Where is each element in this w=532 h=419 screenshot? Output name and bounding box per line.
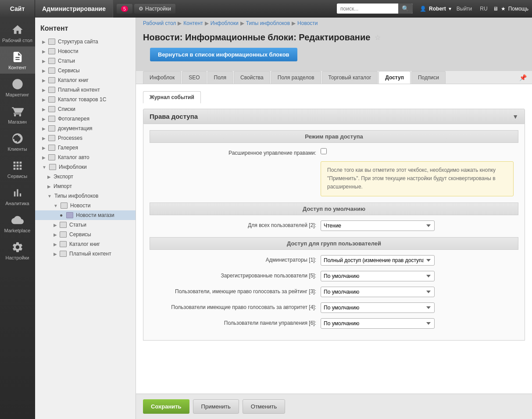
admins-label: Администраторы [1]: — [150, 255, 316, 263]
sidebar-item-platny-type[interactable]: ▶ Платный контент — [35, 249, 136, 259]
sidebar-item-novosti-magazin[interactable]: ● Новости магази — [35, 210, 136, 220]
sidebar-icon-stati-type — [60, 222, 67, 228]
vote-authority-select[interactable]: По умолчанию Чтение Запись Полный доступ… — [321, 302, 435, 313]
advanced-label: Расширенное управление правами: — [150, 148, 316, 156]
tabs-container: Инфоблок SEO Поля Свойства Поля разделов… — [136, 71, 532, 84]
save-button[interactable]: Сохранить — [143, 399, 189, 414]
sidebar-item-katalog-avto[interactable]: ▶ Каталог авто — [35, 153, 136, 162]
nav-shop[interactable]: Магазин — [0, 101, 35, 128]
sidebar-icon-doc — [48, 125, 55, 131]
form-footer: Сохранить Применить Отменить — [136, 394, 532, 419]
admins-select[interactable]: Полный доступ (изменение прав доступа) П… — [321, 255, 435, 266]
section-body: Режим прав доступа Расширенное управлени… — [143, 124, 525, 341]
sidebar-icon-1c — [48, 96, 55, 103]
user-name: Robert — [429, 6, 446, 12]
monitor-icon: 🖥 — [493, 6, 498, 12]
tab-torgovy[interactable]: Торговый каталог — [322, 71, 378, 84]
lang-button[interactable]: RU — [477, 6, 490, 12]
section-chevron[interactable]: ▼ — [512, 113, 518, 120]
sidebar-item-fotogalereya[interactable]: ▶ Фотогалерея — [35, 114, 136, 124]
tab-svoystva[interactable]: Свойства — [234, 71, 270, 84]
search-bar: 🔍 — [337, 4, 413, 14]
sidebar-icon-foto — [48, 116, 55, 122]
search-button[interactable]: 🔍 — [398, 4, 413, 14]
pin-icon[interactable]: 📌 — [519, 74, 527, 81]
sidebar-item-tipy[interactable]: ▼ Типы инфоблоков — [35, 191, 136, 201]
apply-button[interactable]: Применить — [193, 399, 239, 414]
logout-button[interactable]: Выйти — [454, 5, 475, 13]
nav-clients[interactable]: Клиенты — [0, 128, 35, 155]
sidebar-item-dokumentaciya[interactable]: ▶ документация — [35, 124, 136, 133]
settings-tab[interactable]: ⚙ Настройки — [134, 4, 175, 14]
breadcrumb-content[interactable]: Контент — [183, 20, 203, 26]
tab-seo[interactable]: SEO — [182, 71, 206, 84]
sidebar-icon-novosti — [48, 48, 55, 54]
sidebar-icon-struktura — [48, 39, 55, 45]
sidebar-item-platny[interactable]: ▶ Платный контент — [35, 85, 136, 95]
sidebar-item-katalog-knig[interactable]: ▶ Каталог книг — [35, 75, 136, 85]
nav-content[interactable]: Контент — [0, 46, 35, 74]
vote-authority-row: Пользователи имеющие право голосовать за… — [150, 302, 518, 313]
user-dropdown-icon[interactable]: ▾ — [449, 6, 451, 12]
breadcrumb-novosti[interactable]: Новости — [297, 20, 318, 26]
site-button[interactable]: Сайт — [0, 0, 35, 18]
breadcrumb-home[interactable]: Рабочий стол — [143, 20, 176, 26]
groups-header: Доступ для групп пользователей — [150, 237, 518, 250]
sidebar-item-katalog-1c[interactable]: ▶ Каталог товаров 1С — [35, 95, 136, 104]
all-users-select[interactable]: Чтение Запись Полный доступ По умолчанию… — [321, 220, 435, 231]
sidebar-item-galereya[interactable]: ▶ Галерея — [35, 143, 136, 153]
back-button[interactable]: Вернуться в список информационных блоков — [150, 48, 297, 61]
sidebar-item-spiski[interactable]: ▶ Списки — [35, 104, 136, 114]
sidebar-item-katalog-knig-type[interactable]: ▶ Каталог книг — [35, 239, 136, 249]
vote-rating-select[interactable]: По умолчанию Чтение Запись Полный доступ… — [321, 287, 435, 297]
reg-users-row: Зарегистрированные пользователи [5]: По … — [150, 271, 518, 281]
page-header: Новости: Информационные блоки: Редактиро… — [136, 29, 532, 48]
help-button[interactable]: Помощь — [508, 6, 528, 12]
sidebar-item-servisy[interactable]: ▶ Сервисы — [35, 66, 136, 75]
sidebar-item-servisy-type[interactable]: ▶ Сервисы — [35, 230, 136, 239]
search-input[interactable] — [337, 4, 398, 14]
sidebar-icon-novosti-type — [61, 202, 68, 209]
icon-nav: Рабочий стол Контент Маркетинг Магазин К… — [0, 18, 35, 419]
nav-marketing[interactable]: Маркетинг — [0, 74, 35, 101]
sidebar-item-stati[interactable]: ▶ Статьи — [35, 56, 136, 66]
sidebar-icon-stati — [48, 58, 55, 64]
nav-settings[interactable]: Настройки — [0, 237, 35, 264]
tab-podpisi[interactable]: Подписи — [411, 71, 446, 84]
panel-users-row: Пользователи панели управления [6]: По у… — [150, 318, 518, 329]
nav-services[interactable]: Сервисы — [0, 155, 35, 182]
sidebar-item-eksport[interactable]: ▶ Экспорт — [35, 172, 136, 181]
nav-marketplace[interactable]: Marketplace — [0, 210, 35, 237]
sidebar-item-novosti-type[interactable]: ▼ Новости — [35, 201, 136, 210]
main-layout: Рабочий стол Контент Маркетинг Магазин К… — [0, 18, 532, 419]
sidebar-item-processes[interactable]: ▶ Processes — [35, 133, 136, 143]
sidebar-item-novosti[interactable]: ▶ Новости — [35, 46, 136, 56]
sidebar-icon-novosti-mag — [66, 212, 73, 218]
star-nav-icon[interactable]: ★ — [501, 6, 506, 12]
all-users-label: Для всех пользователей [2]: — [150, 220, 316, 228]
favorite-icon[interactable]: ☆ — [375, 33, 381, 42]
breadcrumb-tipy[interactable]: Типы инфоблоков — [246, 20, 290, 26]
tab-polya[interactable]: Поля — [207, 71, 233, 84]
sidebar-item-infobloki[interactable]: ▼ Инфоблоки — [35, 162, 136, 172]
info-box: После того как вы отметите этот чекбокс,… — [321, 161, 514, 196]
sidebar-item-import[interactable]: ▶ Импорт — [35, 181, 136, 191]
panel-users-label: Пользователи панели управления [6]: — [150, 318, 316, 326]
sidebar-item-stati-type[interactable]: ▶ Статьи — [35, 220, 136, 230]
sidebar-item-struktura[interactable]: ▶ Структура сайта — [35, 37, 136, 46]
tab-polya-razdelov[interactable]: Поля разделов — [271, 71, 321, 84]
cancel-button[interactable]: Отменить — [243, 399, 285, 414]
breadcrumb: Рабочий стол ▶ Контент ▶ Инфоблоки ▶ Тип… — [136, 18, 532, 29]
sidebar: Контент ▶ Структура сайта ▶ Новости ▶ Ст… — [35, 18, 136, 419]
default-access-header: Доступ по умолчанию — [150, 202, 518, 215]
subtab-journal[interactable]: Журнал событий — [143, 91, 201, 103]
advanced-checkbox[interactable] — [321, 148, 327, 154]
tab-dostup[interactable]: Доступ — [378, 71, 411, 84]
reg-users-select[interactable]: По умолчанию Чтение Запись Полный доступ… — [321, 271, 435, 281]
tab-infoblok[interactable]: Инфоблок — [143, 71, 181, 84]
nav-home[interactable]: Рабочий стол — [0, 19, 35, 46]
notifications-tab[interactable]: 5 — [117, 4, 132, 14]
breadcrumb-infobloki[interactable]: Инфоблоки — [211, 20, 239, 26]
panel-users-select[interactable]: По умолчанию Чтение Запись Полный доступ… — [321, 318, 435, 329]
nav-analytics[interactable]: Аналитика — [0, 182, 35, 210]
